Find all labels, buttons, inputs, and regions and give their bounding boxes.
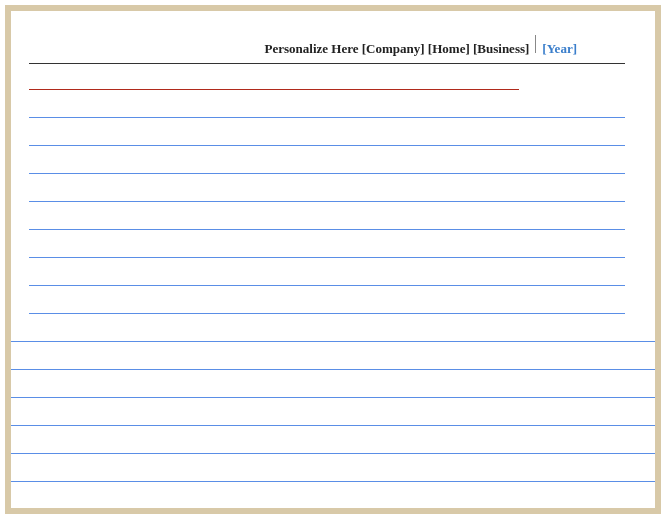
personalize-placeholder-text[interactable]: Personalize Here [Company] [Home] [Busin… (265, 41, 530, 57)
ruled-line (11, 481, 655, 482)
ruled-line (29, 117, 625, 118)
header-area: Personalize Here [Company] [Home] [Busin… (11, 11, 655, 64)
ruled-line (11, 341, 655, 342)
ruled-line (29, 201, 625, 202)
ruled-line (29, 257, 625, 258)
ruled-line (29, 285, 625, 286)
margin-line-red (29, 89, 519, 90)
document-frame: Personalize Here [Company] [Home] [Busin… (5, 5, 661, 514)
ruled-line (11, 369, 655, 370)
ruled-line (11, 397, 655, 398)
header-line: Personalize Here [Company] [Home] [Busin… (11, 35, 655, 57)
ruled-lines-area (11, 89, 655, 482)
header-underline (29, 63, 625, 64)
ruled-line (29, 145, 625, 146)
page: Personalize Here [Company] [Home] [Busin… (11, 11, 655, 508)
header-divider (535, 35, 536, 53)
ruled-line (29, 229, 625, 230)
ruled-line (11, 453, 655, 454)
year-placeholder-text[interactable]: [Year] (542, 41, 577, 57)
ruled-line (29, 313, 625, 314)
ruled-line (11, 425, 655, 426)
ruled-line (29, 173, 625, 174)
